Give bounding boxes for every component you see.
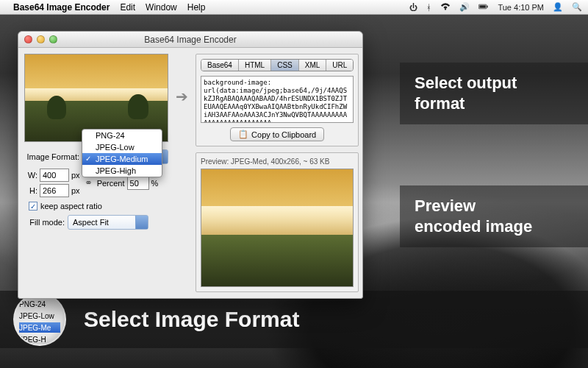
keep-aspect-label: keep aspect ratio xyxy=(40,202,102,210)
width-unit: px xyxy=(71,171,80,180)
menubar: Base64 Image Encoder Edit Window Help ⏻ … xyxy=(0,0,588,15)
tab-xml[interactable]: XML xyxy=(299,60,327,71)
callout-bottom-bar: PNG-24 JPEG-Low JPEG-Me JPEG-H Select Im… xyxy=(0,291,588,348)
app-window: Base64 Image Encoder Image Format: JPEG-… xyxy=(18,31,363,299)
window-titlebar[interactable]: Base64 Image Encoder xyxy=(18,32,362,48)
volume-icon: 🔊 xyxy=(459,2,470,12)
callout-big-text: Select Image Format xyxy=(84,307,299,332)
keep-aspect-checkbox[interactable] xyxy=(29,202,37,210)
format-option-jpeg-high[interactable]: JPEG-High xyxy=(82,165,162,177)
svg-rect-2 xyxy=(487,5,488,7)
menubar-item-window[interactable]: Window xyxy=(146,2,177,13)
status-icon: ⏻ xyxy=(409,3,417,12)
minimize-button[interactable] xyxy=(37,35,45,43)
percent-input[interactable] xyxy=(127,177,149,190)
format-option-jpeg-low[interactable]: JPEG-Low xyxy=(82,141,162,153)
format-option-jpeg-medium[interactable]: JPEG-Medium xyxy=(82,153,162,165)
image-format-label: Image Format: xyxy=(24,152,79,161)
output-panel: Base64 HTML CSS XML URL background-image… xyxy=(196,54,359,146)
height-input[interactable] xyxy=(40,184,69,197)
fill-mode-value: Aspect Fit xyxy=(73,218,109,227)
preview-info-label: Preview: JPEG-Med, 400x266, ~ 63 KB xyxy=(201,158,354,166)
height-label: H: xyxy=(24,186,37,195)
preview-image xyxy=(201,169,354,287)
percent-label: Percent xyxy=(97,179,125,188)
callout-output-format: Select outputformat xyxy=(400,63,588,124)
tab-html[interactable]: HTML xyxy=(239,60,271,71)
wifi-icon xyxy=(440,1,451,13)
menubar-app-name[interactable]: Base64 Image Encoder xyxy=(13,2,110,13)
arrow-icon: ➔ xyxy=(176,54,188,292)
svg-point-0 xyxy=(445,8,446,10)
width-input[interactable] xyxy=(40,169,69,182)
magnifier-circle: PNG-24 JPEG-Low JPEG-Me JPEG-H xyxy=(13,293,66,346)
menubar-item-help[interactable]: Help xyxy=(187,2,206,13)
close-button[interactable] xyxy=(24,35,32,43)
clipboard-icon: 📋 xyxy=(238,130,248,139)
window-title: Base64 Image Encoder xyxy=(18,35,362,45)
bluetooth-icon: ᚼ xyxy=(426,3,431,12)
aspect-link-icon[interactable]: ⚭ xyxy=(85,177,93,188)
user-icon[interactable]: 👤 xyxy=(553,2,563,12)
code-output[interactable]: background-image: url(data:image/jpeg;ba… xyxy=(201,76,354,123)
spotlight-icon[interactable]: 🔍 xyxy=(572,2,582,12)
copy-button-label: Copy to Clipboard xyxy=(251,130,316,139)
image-format-dropdown[interactable]: PNG-24 JPEG-Low JPEG-Medium JPEG-High xyxy=(82,129,162,177)
fill-mode-label: Fill mode: xyxy=(24,218,65,227)
output-format-tabs: Base64 HTML CSS XML URL xyxy=(201,59,354,71)
format-option-png24[interactable]: PNG-24 xyxy=(82,130,162,141)
svg-rect-3 xyxy=(480,5,486,8)
battery-icon xyxy=(478,1,489,13)
height-unit: px xyxy=(71,186,80,195)
zoom-button[interactable] xyxy=(49,35,57,43)
tab-css[interactable]: CSS xyxy=(271,60,299,71)
copy-to-clipboard-button[interactable]: 📋 Copy to Clipboard xyxy=(230,127,324,141)
menubar-item-edit[interactable]: Edit xyxy=(120,2,135,13)
chevron-updown-icon: ▲▼ xyxy=(140,217,146,227)
percent-sign: % xyxy=(151,179,159,188)
menubar-clock: Tue 4:10 PM xyxy=(498,3,544,12)
tab-base64[interactable]: Base64 xyxy=(201,60,239,71)
tab-url[interactable]: URL xyxy=(326,60,353,71)
fill-mode-select[interactable]: Aspect Fit ▲▼ xyxy=(68,215,148,230)
callout-preview: Previewencoded image xyxy=(400,185,588,247)
width-label: W: xyxy=(24,171,37,180)
preview-panel: Preview: JPEG-Med, 400x266, ~ 63 KB xyxy=(196,152,359,292)
